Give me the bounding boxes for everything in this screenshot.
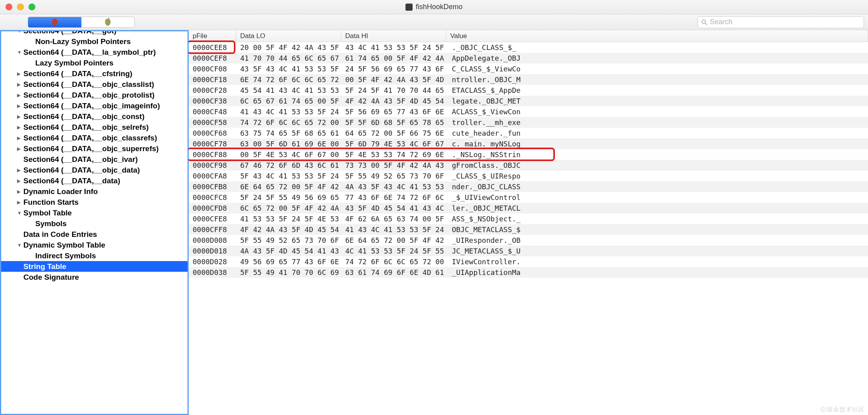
sidebar-item-label: Dynamic Symbol Table	[23, 241, 105, 250]
sidebar-item[interactable]: ▶Section64 (__DATA,__objc_classrefs)	[1, 133, 187, 143]
cell-data-hi: 5F 24 5F 41 70 70 44 65	[341, 86, 446, 94]
table-row[interactable]: 0000D02849 56 69 65 77 43 6F 6E74 72 6F …	[189, 256, 868, 267]
table-row[interactable]: 0000CEF841 70 70 44 65 6C 65 6761 74 65 …	[189, 53, 868, 63]
sidebar-item[interactable]: ▼Section64 (__DATA,__got)	[1, 30, 187, 36]
table-row[interactable]: 0000CFB86E 64 65 72 00 5F 4F 424A 43 5F …	[189, 181, 868, 192]
cell-pfile: 0000CF48	[189, 108, 236, 116]
table-row[interactable]: 0000CF8800 5F 4E 53 4C 6F 67 005F 4E 53 …	[189, 149, 868, 160]
cell-data-lo: 20 00 5F 4F 42 4A 43 5F	[236, 43, 341, 52]
sidebar-item[interactable]: ▶Section64 (__DATA,__cfstring)	[1, 68, 187, 79]
split-pane: ▼Section64 (__DATA,__got)Non-Lazy Symbol…	[0, 30, 868, 415]
sidebar-item[interactable]: ▼Section64 (__DATA,__la_symbol_ptr)	[1, 47, 187, 58]
sidebar-item[interactable]: ▼Dynamic Symbol Table	[1, 240, 187, 250]
sidebar-item[interactable]: ▶Section64 (__DATA,__objc_selrefs)	[1, 122, 187, 133]
disclosure-arrow-icon[interactable]: ▶	[17, 167, 22, 173]
sidebar-item[interactable]: ▶Dynamic Loader Info	[1, 186, 187, 197]
cell-value: _$_UIViewControl	[446, 193, 868, 202]
table-row[interactable]: 0000CF2845 54 41 43 4C 41 53 535F 24 5F …	[189, 85, 868, 96]
disclosure-arrow-icon[interactable]: ▼	[17, 210, 22, 216]
table-row[interactable]: 0000CFA85F 43 4C 41 53 53 5F 245F 55 49 …	[189, 171, 868, 181]
disclosure-arrow-icon[interactable]: ▶	[17, 178, 22, 184]
disclosure-arrow-icon[interactable]: ▶	[17, 125, 22, 130]
col-value[interactable]: Value	[446, 30, 868, 42]
sidebar-item[interactable]: Code Signature	[1, 272, 187, 282]
sidebar-item-label: Non-Lazy Symbol Pointers	[35, 37, 131, 46]
view-mode-segment[interactable]	[28, 17, 135, 28]
sidebar-item[interactable]: String Table	[1, 261, 187, 272]
disclosure-arrow-icon[interactable]: ▼	[17, 30, 22, 34]
cell-value: ASS_$_NSObject._	[446, 215, 868, 223]
cell-data-hi: 77 43 6F 6E 74 72 6F 6C	[341, 193, 446, 202]
search-input[interactable]	[710, 18, 860, 26]
sidebar-item[interactable]: Non-Lazy Symbol Pointers	[1, 36, 187, 47]
sidebar-item[interactable]: ▶Section64 (__DATA,__objc_protolist)	[1, 90, 187, 100]
cell-value: ._NSLog._NSStrin	[446, 150, 868, 159]
sidebar-item[interactable]: ▶Section64 (__DATA,__objc_const)	[1, 111, 187, 122]
cell-pfile: 0000CFD8	[189, 204, 236, 212]
table-row[interactable]: 0000D0385F 55 49 41 70 70 6C 6963 61 74 …	[189, 267, 868, 278]
sidebar-item-label: Symbols	[35, 219, 67, 228]
col-pfile[interactable]: pFile	[189, 30, 236, 42]
table-row[interactable]: 0000CF186E 74 72 6F 6C 6C 65 7200 5F 4F …	[189, 74, 868, 85]
table-row[interactable]: 0000CFE841 53 53 5F 24 5F 4E 534F 62 6A …	[189, 213, 868, 224]
sidebar-item[interactable]: ▶Function Starts	[1, 197, 187, 208]
segment-raw-icon[interactable]	[28, 17, 82, 27]
sidebar-item[interactable]: ▶Section64 (__DATA,__objc_imageinfo)	[1, 100, 187, 111]
table-row[interactable]: 0000CF4841 43 4C 41 53 53 5F 245F 56 69 …	[189, 106, 868, 117]
disclosure-arrow-icon[interactable]: ▶	[17, 114, 22, 119]
table-row[interactable]: 0000CF0843 5F 43 4C 41 53 53 5F24 5F 56 …	[189, 63, 868, 74]
table-row[interactable]: 0000CF7863 00 5F 6D 61 69 6E 005F 6D 79 …	[189, 138, 868, 149]
cell-data-hi: 5F 55 49 52 65 73 70 6F	[341, 172, 446, 180]
table-row[interactable]: 0000CF9867 46 72 6F 6D 43 6C 6173 73 00 …	[189, 160, 868, 171]
disclosure-arrow-icon[interactable]: ▶	[17, 103, 22, 109]
cell-data-hi: 4C 41 53 53 5F 24 5F 55	[341, 247, 446, 255]
sidebar-item-label: Section64 (__DATA,__objc_ivar)	[23, 155, 138, 164]
disclosure-arrow-icon[interactable]: ▶	[17, 146, 22, 152]
cell-value: cute_header._fun	[446, 129, 868, 137]
table-row[interactable]: 0000CEE820 00 5F 4F 42 4A 43 5F43 4C 41 …	[189, 42, 868, 53]
sidebar-item-label: Section64 (__DATA,__objc_selrefs)	[23, 123, 149, 132]
cell-data-hi: 43 5F 4D 45 54 41 43 4C	[341, 204, 446, 212]
sidebar-item[interactable]: ▶Section64 (__DATA,__objc_classlist)	[1, 79, 187, 90]
cell-value: _UIResponder._OB	[446, 236, 868, 244]
sidebar-item[interactable]: Lazy Symbol Pointers	[1, 58, 187, 68]
sidebar-item[interactable]: ▶Section64 (__DATA,__objc_data)	[1, 165, 187, 175]
sidebar-item[interactable]: Symbols	[1, 218, 187, 229]
table-row[interactable]: 0000CF386C 65 67 61 74 65 00 5F4F 42 4A …	[189, 96, 868, 106]
table-row[interactable]: 0000CF5874 72 6F 6C 6C 65 72 005F 5F 6D …	[189, 117, 868, 128]
sidebar-item[interactable]: ▼Symbol Table	[1, 208, 187, 218]
disclosure-arrow-icon[interactable]: ▶	[17, 82, 22, 87]
disclosure-arrow-icon[interactable]: ▶	[17, 200, 22, 205]
table-row[interactable]: 0000CF6863 75 74 65 5F 68 65 6164 65 72 …	[189, 128, 868, 138]
sidebar-item[interactable]: ▶Section64 (__DATA,__data)	[1, 175, 187, 186]
section-sidebar[interactable]: ▼Section64 (__DATA,__got)Non-Lazy Symbol…	[0, 30, 189, 415]
sidebar-item[interactable]: Data in Code Entries	[1, 229, 187, 240]
sidebar-item-label: String Table	[23, 262, 66, 271]
sidebar-item-label: Section64 (__DATA,__data)	[23, 177, 120, 185]
col-data-lo[interactable]: Data LO	[236, 30, 341, 42]
cell-data-hi: 4F 62 6A 65 63 74 00 5F	[341, 215, 446, 223]
cell-value: C_CLASS_$_ViewCo	[446, 65, 868, 73]
sidebar-item[interactable]: Section64 (__DATA,__objc_ivar)	[1, 154, 187, 165]
col-data-hi[interactable]: Data HI	[341, 30, 446, 42]
cell-data-hi: 43 4C 41 53 53 5F 24 5F	[341, 43, 446, 52]
search-box[interactable]	[698, 16, 864, 28]
sidebar-item[interactable]: ▶Section64 (__DATA,__objc_superrefs)	[1, 143, 187, 154]
cell-pfile: 0000CF18	[189, 75, 236, 84]
cell-data-lo: 6E 64 65 72 00 5F 4F 42	[236, 183, 341, 191]
cell-pfile: 0000D008	[189, 236, 236, 244]
disclosure-arrow-icon[interactable]: ▶	[17, 71, 22, 77]
table-row[interactable]: 0000D0184A 43 5F 4D 45 54 41 434C 41 53 …	[189, 246, 868, 256]
sidebar-item[interactable]: Indirect Symbols	[1, 250, 187, 261]
table-row[interactable]: 0000CFF84F 42 4A 43 5F 4D 45 5441 43 4C …	[189, 224, 868, 235]
disclosure-arrow-icon[interactable]: ▶	[17, 92, 22, 98]
disclosure-arrow-icon[interactable]: ▼	[17, 50, 22, 55]
disclosure-arrow-icon[interactable]: ▶	[17, 189, 22, 194]
cell-data-hi: 63 61 74 69 6F 6E 4D 61	[341, 268, 446, 277]
disclosure-arrow-icon[interactable]: ▼	[17, 242, 22, 248]
segment-processed-icon[interactable]	[82, 17, 135, 27]
table-row[interactable]: 0000D0085F 55 49 52 65 73 70 6F6E 64 65 …	[189, 235, 868, 246]
disclosure-arrow-icon[interactable]: ▶	[17, 135, 22, 141]
table-row[interactable]: 0000CFC85F 24 5F 55 49 56 69 6577 43 6F …	[189, 192, 868, 203]
table-row[interactable]: 0000CFD86C 65 72 00 5F 4F 42 4A43 5F 4D …	[189, 203, 868, 213]
